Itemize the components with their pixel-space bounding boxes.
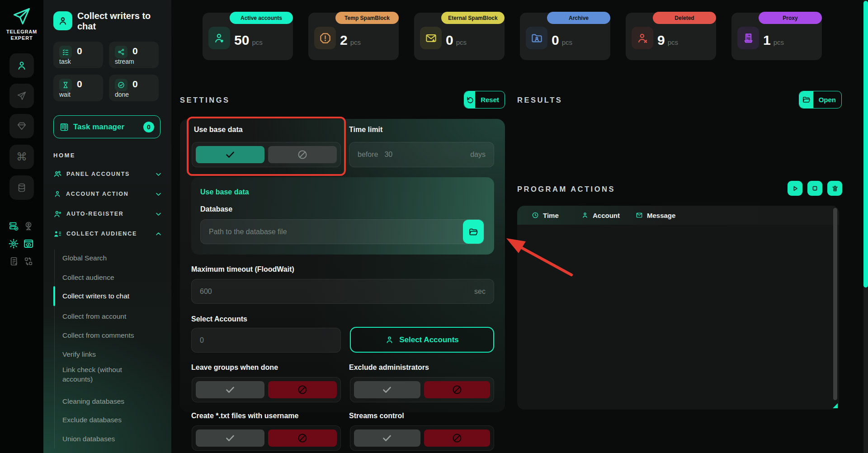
exclude-admins-label: Exclude administrators	[349, 363, 429, 372]
nav-collect-audience[interactable]: COLLECT AUDIENCE	[53, 227, 162, 241]
icon-rail: TELEGRAMEXPERT ⌘	[0, 0, 43, 453]
browse-folder-button[interactable]	[463, 220, 484, 244]
accounts-count-input[interactable]: 0	[191, 328, 341, 353]
hourglass-icon	[59, 79, 72, 91]
open-folder-icon	[799, 91, 813, 108]
folder-person-icon	[526, 27, 547, 49]
rail-commands-button[interactable]: ⌘	[9, 145, 34, 169]
time-limit-input[interactable]: before 30 days	[349, 142, 494, 167]
person-icon	[16, 60, 27, 71]
proxy-server-icon	[737, 27, 759, 49]
table-scrollbar-thumb[interactable]	[833, 208, 837, 400]
toggle-no-option[interactable]	[268, 429, 337, 447]
clock-icon	[532, 212, 539, 219]
trash-icon	[831, 185, 839, 192]
run-button[interactable]	[788, 181, 802, 196]
reset-rotate-icon	[464, 91, 475, 108]
diamond-icon	[17, 121, 27, 131]
gear-icon[interactable]	[8, 238, 19, 250]
document-check-icon[interactable]	[9, 255, 20, 267]
toggle-no-option[interactable]	[424, 381, 491, 398]
rail-accounts-button[interactable]	[9, 53, 34, 78]
nav-auto-register[interactable]: AUTO-REGISTER	[53, 207, 162, 221]
submenu-exclude-databases[interactable]: Exclude databases	[62, 415, 162, 425]
webcam-account-icon[interactable]	[23, 220, 34, 232]
submenu-collect-from-account[interactable]: Collect from account	[62, 312, 162, 321]
mail-warning-icon	[420, 27, 442, 49]
submenu-collect-writers-to-chat[interactable]: Collect writers to chat	[62, 292, 162, 301]
use-base-data-toggle	[192, 142, 341, 167]
database-icon	[17, 183, 27, 193]
program-actions-heading: PROGRAM ACTIONS	[517, 185, 615, 193]
status-pill: Proxy	[759, 12, 822, 24]
open-results-button[interactable]: Open	[799, 91, 842, 109]
rail-premium-button[interactable]	[9, 114, 34, 138]
task-manager-button[interactable]: Task manager 0	[53, 115, 160, 138]
stop-button[interactable]	[807, 181, 822, 196]
active-submenu-indicator	[53, 286, 55, 306]
timeout-input[interactable]: 600 sec	[191, 279, 494, 304]
server-check-icon[interactable]	[8, 220, 19, 232]
command-icon: ⌘	[16, 151, 27, 162]
task-manager-icon	[60, 123, 69, 132]
sidebar: Collect writers to chat 0 task 0 stream …	[43, 0, 171, 453]
counter-task: 0 task	[53, 42, 103, 68]
nav-panel-accounts[interactable]: PANEL ACCOUNTS	[53, 167, 162, 181]
counter-stream: 0 stream	[109, 42, 159, 68]
leave-groups-toggle	[192, 377, 341, 402]
rail-database-button[interactable]	[9, 175, 34, 200]
toggle-yes-option[interactable]	[354, 381, 420, 398]
toggle-yes-option[interactable]	[196, 146, 264, 163]
database-path-input[interactable]: Path to the database file	[200, 219, 484, 244]
select-accounts-label: Select Accounts	[191, 315, 247, 323]
submenu-union-databases[interactable]: Union databases	[62, 434, 162, 444]
select-accounts-button[interactable]: Select Accounts	[350, 327, 494, 353]
create-txt-label: Create *.txt files with username	[191, 412, 298, 420]
stop-icon	[811, 185, 818, 192]
counter-wait: 0 wait	[53, 75, 103, 101]
reset-button[interactable]: Reset	[464, 91, 505, 109]
submenu-cleaning-databases[interactable]: Cleaning databases	[62, 397, 162, 406]
alert-octagon-icon	[314, 27, 336, 49]
column-time: Time	[532, 206, 559, 225]
brand-name: TELEGRAMEXPERT	[0, 29, 43, 42]
play-icon	[792, 185, 799, 192]
table-resize-handle[interactable]	[833, 403, 838, 408]
telegram-expert-logo-icon	[12, 6, 32, 26]
toggle-no-option[interactable]	[268, 146, 337, 163]
swap-layout-icon[interactable]	[23, 255, 34, 267]
toggle-no-option[interactable]	[268, 381, 337, 398]
nav-account-action[interactable]: ACCOUNT ACTION	[53, 187, 162, 201]
submenu-global-search[interactable]: Global Search	[62, 254, 162, 263]
toggle-no-option[interactable]	[424, 429, 491, 447]
status-card-temp-spamblock: Temp SpamBlock 2pcs	[308, 13, 399, 60]
stream-share-icon	[115, 46, 127, 58]
person-icon	[53, 190, 61, 198]
submenu-collect-from-comments[interactable]: Collect from comments	[62, 331, 162, 340]
submenu-guide-line	[54, 250, 55, 448]
toggle-yes-option[interactable]	[354, 429, 420, 447]
counter-done: 0 done	[109, 75, 159, 101]
submenu-verify-links[interactable]: Verify links	[62, 350, 162, 359]
results-heading: RESULTS	[517, 96, 562, 104]
code-window-icon[interactable]	[23, 238, 34, 250]
status-card-eternal-spamblock: Eternal SpamBlock 0pcs	[414, 13, 505, 60]
person-icon	[385, 335, 394, 344]
leave-groups-label: Leave groups when done	[191, 363, 278, 372]
page-scrollbar-thumb[interactable]	[863, 1, 868, 288]
toggle-yes-option[interactable]	[196, 381, 264, 398]
toggle-yes-option[interactable]	[196, 429, 264, 447]
submenu-collect-audience[interactable]: Collect audience	[62, 273, 162, 283]
nav-home[interactable]: HOME	[53, 152, 75, 159]
rail-sender-button[interactable]	[9, 84, 34, 108]
submenu-link-check[interactable]: Link check (without accounts)	[62, 365, 142, 384]
chevron-down-icon	[155, 171, 162, 178]
use-base-data-label: Use base data	[194, 126, 243, 134]
status-pill: Deleted	[653, 12, 716, 24]
status-pill: Eternal SpamBlock	[441, 12, 505, 24]
use-base-data-panel: Use base data Database Path to the datab…	[191, 177, 494, 255]
status-card-archive: Archive 0pcs	[520, 13, 610, 60]
clear-button[interactable]	[827, 181, 842, 196]
base-panel-title: Use base data	[200, 188, 249, 196]
exclude-admins-toggle	[350, 377, 494, 402]
